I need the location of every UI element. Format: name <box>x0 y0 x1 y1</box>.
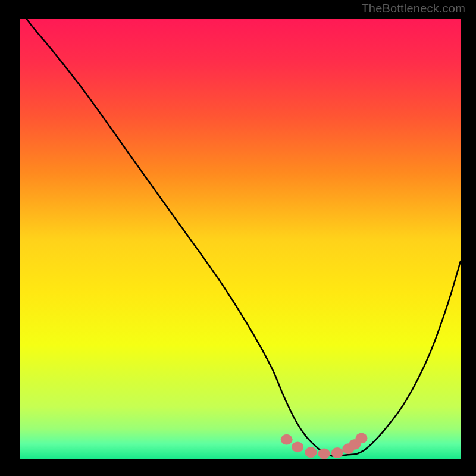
optimal-range-markers <box>281 433 368 459</box>
optimal-marker <box>356 433 368 444</box>
chart-frame: TheBottleneck.com <box>0 0 476 476</box>
optimal-marker <box>305 447 317 458</box>
attribution-text: TheBottleneck.com <box>361 2 465 15</box>
optimal-marker <box>318 449 330 459</box>
bottleneck-curve <box>20 19 461 456</box>
plot-area <box>20 19 461 459</box>
optimal-marker <box>331 447 343 458</box>
optimal-marker <box>281 434 293 445</box>
chart-curve-layer <box>20 19 461 459</box>
optimal-marker <box>292 441 303 452</box>
